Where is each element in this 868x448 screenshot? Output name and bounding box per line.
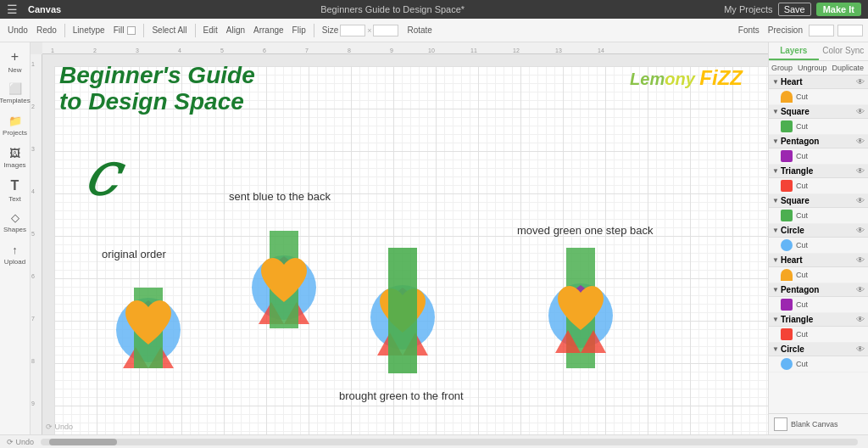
arrow-icon: ▼ xyxy=(772,197,779,204)
my-projects-button[interactable]: My Projects xyxy=(724,4,772,14)
canvas-content[interactable]: Beginner's Guide to Design Space 𝐶 Lemon… xyxy=(42,54,768,434)
height-input[interactable] xyxy=(373,25,398,36)
size-field[interactable]: Size × xyxy=(320,25,402,36)
layer-group-square-2[interactable]: ▼ Square 👁 xyxy=(769,194,868,208)
ungroup-button[interactable]: Ungroup xyxy=(795,63,830,73)
save-button[interactable]: Save xyxy=(778,3,811,16)
layer-item-pentagon-2[interactable]: Cut xyxy=(769,297,868,313)
arrow-icon: ▼ xyxy=(772,256,779,264)
group-name-square-1: Square xyxy=(781,107,854,116)
precision-button[interactable]: Precision xyxy=(765,25,805,35)
layer-group-pentagon-1[interactable]: ▼ Pentagon 👁 xyxy=(769,135,868,148)
shape-group-original xyxy=(102,275,195,380)
sidebar-item-images[interactable]: 🖼 Images xyxy=(2,143,29,173)
eye-icon[interactable]: 👁 xyxy=(856,137,865,146)
arrange-button[interactable]: Arrange xyxy=(251,25,287,35)
make-it-button[interactable]: Make It xyxy=(816,3,861,16)
layer-group-heart-2[interactable]: ▼ Heart 👁 xyxy=(769,254,868,267)
eye-icon[interactable]: 👁 xyxy=(856,315,865,324)
eye-icon[interactable]: 👁 xyxy=(856,166,865,176)
duplicate-button[interactable]: Duplicate xyxy=(830,63,867,73)
rotate-button[interactable]: Rotate xyxy=(404,25,434,35)
upload-icon: ↑ xyxy=(12,244,18,256)
main-area: + New ⬜ Templates 📁 Projects 🖼 Images T … xyxy=(0,42,868,434)
eye-icon[interactable]: 👁 xyxy=(856,255,865,265)
layer-group-circle-1[interactable]: ▼ Circle 👁 xyxy=(769,224,868,238)
select-all-button[interactable]: Select All xyxy=(149,25,189,35)
layer-group-triangle-2[interactable]: ▼ Triangle 👁 xyxy=(769,313,868,327)
sidebar-item-projects[interactable]: 📁 Projects xyxy=(2,110,29,141)
layer-group-triangle-1[interactable]: ▼ Triangle 👁 xyxy=(769,165,868,178)
eye-icon[interactable]: 👁 xyxy=(856,196,865,205)
linetype-button[interactable]: Linetype xyxy=(70,25,108,35)
group-name-triangle-1: Triangle xyxy=(781,166,854,176)
eye-icon[interactable]: 👁 xyxy=(856,344,865,354)
eye-icon[interactable]: 👁 xyxy=(856,107,865,116)
layer-group-pentagon-2[interactable]: ▼ Pentagon 👁 xyxy=(769,283,868,297)
layer-item-pentagon-1[interactable]: Cut xyxy=(769,148,868,165)
layer-group-heart-1[interactable]: ▼ Heart 👁 xyxy=(769,76,868,89)
group-name-heart-1: Heart xyxy=(781,77,854,87)
shapes-icon: ◇ xyxy=(11,211,19,224)
text-icon: T xyxy=(11,178,19,193)
layer-item-square-1[interactable]: Cut xyxy=(769,119,868,135)
right-buttons: My Projects Save Make It xyxy=(724,3,861,16)
layer-label-square-2: Cut xyxy=(796,211,861,220)
shape-preview-triangle-2 xyxy=(781,328,793,340)
layer-label-pentagon-1: Cut xyxy=(796,152,861,160)
layer-item-circle-2[interactable]: Cut xyxy=(769,356,868,372)
layer-group-square-1[interactable]: ▼ Square 👁 xyxy=(769,105,868,119)
fonts-button[interactable]: Fonts xyxy=(736,25,762,35)
x-coord-input[interactable] xyxy=(809,25,834,36)
align-button[interactable]: Align xyxy=(224,25,248,35)
sidebar-item-text[interactable]: T Text xyxy=(2,175,29,205)
shape-preview-triangle-1 xyxy=(781,180,793,192)
layer-item-square-2[interactable]: Cut xyxy=(769,208,868,224)
layer-group-circle-2[interactable]: ▼ Circle 👁 xyxy=(769,343,868,356)
sidebar-label-projects: Projects xyxy=(3,129,27,137)
layer-label-triangle-1: Cut xyxy=(796,182,861,190)
layer-item-heart-1[interactable]: Cut xyxy=(769,89,868,105)
sidebar-item-templates[interactable]: ⬜ Templates xyxy=(2,78,29,109)
ruler-top: 1 2 3 4 5 6 7 8 9 10 11 12 13 14 xyxy=(42,42,768,54)
layer-item-triangle-1[interactable]: Cut xyxy=(769,178,868,194)
right-sidebar: Layers Color Sync Group Ungroup Duplicat… xyxy=(768,42,868,434)
sidebar-item-shapes[interactable]: ◇ Shapes xyxy=(2,207,29,238)
layer-item-circle-1[interactable]: Cut xyxy=(769,238,868,254)
eye-icon[interactable]: 👁 xyxy=(856,77,865,87)
tab-color-sync[interactable]: Color Sync xyxy=(819,42,869,60)
redo-button[interactable]: Redo xyxy=(34,25,59,35)
sidebar-item-upload[interactable]: ↑ Upload xyxy=(2,239,29,270)
edit-button[interactable]: Edit xyxy=(201,25,220,35)
width-input[interactable] xyxy=(340,25,365,36)
sidebar-item-new[interactable]: + New xyxy=(2,46,29,76)
layers-list[interactable]: ▼ Heart 👁 Cut ▼ Square 👁 Cut ▼ Pentago xyxy=(769,76,868,413)
tab-layers[interactable]: Layers xyxy=(769,42,819,60)
flip-button[interactable]: Flip xyxy=(290,25,309,35)
group-button[interactable]: Group xyxy=(769,63,795,73)
layer-item-heart-2[interactable]: Cut xyxy=(769,267,868,283)
toolbar: Undo Redo Linetype Fill Select All Edit … xyxy=(0,19,868,42)
undo-button[interactable]: Undo xyxy=(5,25,31,35)
sidebar-label-text: Text xyxy=(8,195,21,203)
cricut-c-icon: 𝐶 xyxy=(85,156,117,205)
bottom-bar: ⟳ Undo xyxy=(0,434,868,448)
group-name-triangle-2: Triangle xyxy=(781,315,854,324)
shape-preview-square-1 xyxy=(781,120,793,132)
logo-ony: ony xyxy=(665,70,695,88)
eye-icon[interactable]: 👁 xyxy=(856,226,865,235)
blank-canvas-row[interactable]: Blank Canvas xyxy=(769,413,868,434)
canvas-area[interactable]: 1 2 3 4 5 6 7 8 9 10 11 12 13 14 1 2 3 4… xyxy=(31,42,768,434)
scrollbar-thumb[interactable] xyxy=(49,439,117,445)
y-coord-input[interactable] xyxy=(837,25,863,36)
undo-hint: ⟳ Undo xyxy=(46,423,73,431)
eye-icon[interactable]: 👁 xyxy=(856,285,865,294)
sidebar-label-shapes: Shapes xyxy=(3,226,26,233)
hamburger-icon[interactable]: ☰ xyxy=(7,3,18,16)
fill-button[interactable]: Fill xyxy=(111,25,139,35)
arrow-icon: ▼ xyxy=(772,78,779,86)
horizontal-scrollbar[interactable] xyxy=(41,439,858,445)
group-name-square-2: Square xyxy=(781,196,854,205)
left-sidebar: + New ⬜ Templates 📁 Projects 🖼 Images T … xyxy=(0,42,31,434)
layer-item-triangle-2[interactable]: Cut xyxy=(769,327,868,343)
